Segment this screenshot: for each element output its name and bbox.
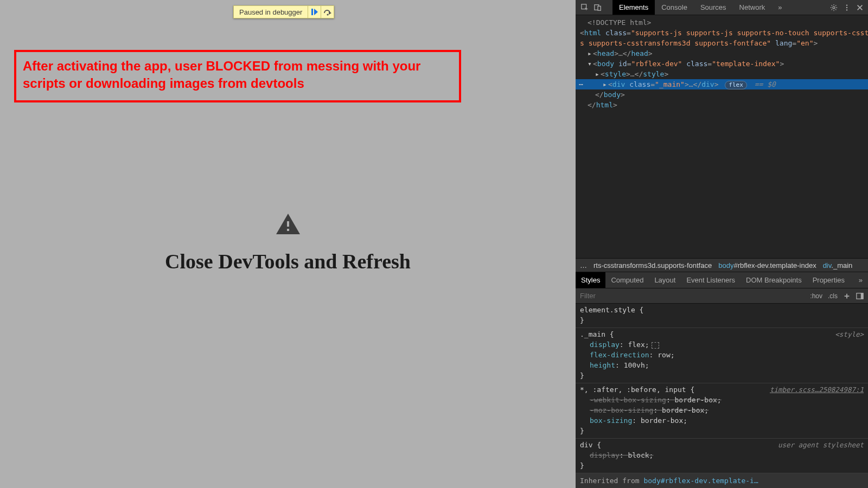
devtools-panel: Elements Console Sources Network » <!DOC… <box>576 0 868 488</box>
style-rule[interactable]: user agent stylesheet div { display: blo… <box>576 439 868 473</box>
subtab-computed[interactable]: Computed <box>605 272 649 288</box>
styles-pane[interactable]: element.style { } <style> ._main { displ… <box>576 304 868 488</box>
debugger-pause-bar: Paused in debugger <box>233 5 334 18</box>
page-viewport: Paused in debugger After activating the … <box>0 0 576 488</box>
tab-network[interactable]: Network <box>733 0 772 15</box>
style-rule[interactable]: <style> ._main { display: flex; flex-dir… <box>576 328 868 383</box>
debugger-step-button[interactable] <box>321 5 334 18</box>
subtab-overflow-icon[interactable]: » <box>853 272 868 288</box>
svg-rect-0 <box>311 9 313 15</box>
breadcrumb-item[interactable]: rts-csstransforms3d.supports-fontface <box>593 261 712 269</box>
style-source-ref[interactable]: <style> <box>835 329 864 339</box>
dom-node[interactable]: ▸<style>…</style> <box>580 69 868 79</box>
subtab-event-listeners[interactable]: Event Listeners <box>681 272 741 288</box>
dom-node[interactable]: ▸<head>…</head> <box>580 48 868 59</box>
pause-message: Paused in debugger <box>233 5 308 18</box>
subtab-layout[interactable]: Layout <box>649 272 681 288</box>
debugger-resume-button[interactable] <box>308 5 321 18</box>
svg-point-3 <box>327 14 328 15</box>
dom-node[interactable]: </body> <box>580 89 868 100</box>
new-style-rule-icon[interactable] <box>843 292 851 300</box>
dom-node[interactable]: <!DOCTYPE html> <box>580 17 868 28</box>
subtab-dom-breakpoints[interactable]: DOM Breakpoints <box>741 272 807 288</box>
styles-filter-row: :hov .cls <box>576 288 868 304</box>
svg-point-8 <box>833 7 835 9</box>
dom-node[interactable]: <html class="supports-js supports-js sup… <box>580 28 868 38</box>
flex-badge[interactable]: flex <box>725 81 747 89</box>
style-rule[interactable]: timber.scss…250824987:1 *, :after, :befo… <box>576 383 868 439</box>
dom-node[interactable]: </html> <box>580 100 868 110</box>
warning-icon <box>275 211 301 240</box>
annotation-callout: After activating the app, user BLOCKED f… <box>14 50 461 102</box>
svg-marker-1 <box>314 9 318 15</box>
kebab-menu-icon[interactable] <box>843 4 851 11</box>
style-rule[interactable]: element.style { } <box>576 304 868 328</box>
tab-elements[interactable]: Elements <box>612 0 655 15</box>
subtab-properties[interactable]: Properties <box>807 272 850 288</box>
tab-overflow-icon[interactable]: » <box>771 0 788 15</box>
styles-filter-input[interactable] <box>580 292 623 300</box>
styles-tab-strip: Styles Computed Layout Event Listeners D… <box>576 272 868 288</box>
inspect-icon[interactable] <box>581 4 589 11</box>
subtab-styles[interactable]: Styles <box>576 272 605 288</box>
dom-tree[interactable]: <!DOCTYPE html> <html class="supports-js… <box>576 15 868 258</box>
flex-editor-icon[interactable] <box>652 342 659 349</box>
inherited-from-row[interactable]: Inherited from body#rbflex-dev.template-… <box>576 473 868 488</box>
dom-node-selected[interactable]: ⋯ ▸<div class="_main">…</div> flex == $0 <box>576 79 868 89</box>
eq0-hint: == $0 <box>755 80 776 88</box>
style-source-ref: user agent stylesheet <box>778 440 864 450</box>
device-toggle-icon[interactable] <box>594 4 602 11</box>
svg-rect-7 <box>598 6 601 10</box>
svg-rect-13 <box>861 293 863 299</box>
settings-gear-icon[interactable] <box>830 4 838 11</box>
tab-sources[interactable]: Sources <box>694 0 733 15</box>
dom-breadcrumb[interactable]: … rts-csstransforms3d.supports-fontface … <box>576 258 868 272</box>
page-blocked-message: Close DevTools and Refresh <box>0 211 576 273</box>
dom-node[interactable]: s supports-csstransforms3d supports-font… <box>580 38 868 48</box>
page-blocked-heading: Close DevTools and Refresh <box>0 249 576 273</box>
close-icon[interactable] <box>856 4 864 11</box>
tab-console[interactable]: Console <box>655 0 694 15</box>
svg-point-10 <box>846 7 847 8</box>
style-source-ref[interactable]: timber.scss…250824987:1 <box>770 384 864 395</box>
cls-toggle[interactable]: .cls <box>828 292 838 300</box>
svg-point-11 <box>846 9 847 10</box>
dom-node[interactable]: ▾<body id="rbflex-dev" class="template-i… <box>580 59 868 69</box>
svg-point-9 <box>846 4 847 5</box>
toggle-sidebar-icon[interactable] <box>856 292 864 300</box>
breadcrumb-overflow[interactable]: … <box>580 261 587 269</box>
hov-toggle[interactable]: :hov <box>810 292 822 300</box>
breadcrumb-item[interactable]: body#rbflex-dev.template-index <box>718 261 816 269</box>
devtools-tab-strip: Elements Console Sources Network » <box>576 0 868 15</box>
breadcrumb-item[interactable]: div._main <box>823 261 853 269</box>
